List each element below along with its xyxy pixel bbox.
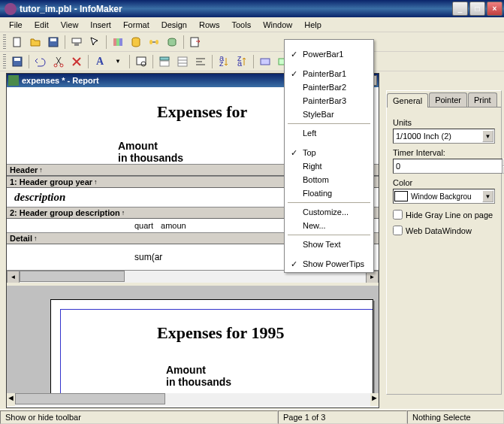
- new-icon[interactable]: [9, 34, 26, 50]
- amount-col: amoun: [161, 221, 186, 230]
- minimize-button[interactable]: _: [452, 2, 468, 16]
- menu-new[interactable]: New...: [286, 219, 372, 232]
- menu-bottom[interactable]: Bottom: [286, 173, 372, 186]
- hide-gray-label: Hide Gray Line on page: [406, 210, 493, 220]
- menu-edit[interactable]: Edit: [29, 18, 55, 32]
- hscroll-thumb[interactable]: [20, 271, 125, 282]
- svg-rect-6: [116, 38, 119, 46]
- scroll-right-button[interactable]: ►: [370, 393, 379, 406]
- window-title: tutor_im.pbl - InfoMaker: [20, 4, 452, 14]
- menu-customize[interactable]: Customize...: [286, 205, 372, 219]
- status-bar: Show or hide toolbar Page 1 of 3 Nothing…: [0, 409, 504, 424]
- toolbar-grip[interactable]: [3, 35, 6, 50]
- band-arrow-icon: ↑: [122, 209, 125, 217]
- menu-painterbar1[interactable]: PainterBar1: [286, 67, 372, 80]
- svg-rect-2: [50, 38, 56, 41]
- close-button[interactable]: ×: [487, 2, 502, 16]
- svg-point-10: [155, 40, 158, 44]
- band-arrow-icon: ↑: [34, 235, 38, 242]
- menu-insert[interactable]: Insert: [84, 18, 117, 32]
- text-dropdown-icon[interactable]: ▼: [110, 53, 126, 70]
- band-detail-icon[interactable]: [174, 53, 191, 70]
- preview-pane[interactable]: Expenses for 1995 Amount in thousands ◄ …: [7, 286, 379, 406]
- preview-hscroll-track[interactable]: [15, 393, 370, 406]
- menu-format[interactable]: Format: [117, 18, 155, 32]
- menu-tools[interactable]: Tools: [225, 18, 257, 32]
- preview-amount: Amount: [61, 364, 373, 376]
- menu-view[interactable]: View: [55, 18, 85, 32]
- align-icon[interactable]: [192, 53, 209, 70]
- menu-bar: File Edit View Insert Format Design Rows…: [0, 17, 504, 32]
- clear-icon[interactable]: [68, 53, 85, 70]
- app-icon: [5, 3, 17, 15]
- menu-showtips[interactable]: Show PowerTips: [286, 257, 372, 271]
- svg-rect-4: [74, 43, 79, 46]
- preview-hscroll-thumb[interactable]: [15, 393, 165, 404]
- cut-icon[interactable]: [50, 53, 67, 70]
- preview-title: Expenses for 1995: [61, 323, 373, 343]
- menu-file[interactable]: File: [3, 18, 29, 32]
- scroll-left-button[interactable]: ◄: [7, 271, 20, 283]
- svg-rect-5: [113, 38, 116, 46]
- menu-painterbar2[interactable]: PainterBar2: [286, 80, 372, 94]
- color-swatch: [394, 191, 408, 201]
- svg-rect-20: [160, 57, 169, 60]
- sort-asc-icon[interactable]: az: [216, 53, 232, 70]
- properties-panel: General Pointer Print Units 1/1000 Inch …: [386, 90, 502, 395]
- timer-input[interactable]: [393, 159, 502, 174]
- page-preview: Expenses for 1995 Amount in thousands: [50, 299, 373, 406]
- dropdown-icon[interactable]: ▼: [482, 130, 493, 142]
- scroll-left-button[interactable]: ◄: [7, 393, 15, 406]
- text-icon[interactable]: A: [92, 53, 108, 70]
- props-tabs: General Pointer Print: [387, 91, 501, 108]
- sort-desc-icon[interactable]: za: [234, 53, 250, 70]
- tab-pointer[interactable]: Pointer: [429, 92, 467, 107]
- title-bar: tutor_im.pbl - InfoMaker _ □ ×: [0, 0, 504, 17]
- toolbar-grip[interactable]: [3, 54, 6, 69]
- svg-rect-0: [14, 38, 20, 47]
- open-icon[interactable]: [27, 34, 44, 50]
- menu-rows[interactable]: Rows: [193, 18, 226, 32]
- quarter-col: quart: [134, 221, 153, 230]
- menu-powerbar1[interactable]: PowerBar1: [286, 47, 372, 61]
- tab-print[interactable]: Print: [468, 92, 497, 107]
- color-label: Color: [393, 178, 495, 187]
- menu-top[interactable]: Top: [286, 146, 372, 159]
- run-icon[interactable]: [68, 34, 85, 50]
- menu-floating[interactable]: Floating: [286, 186, 372, 200]
- units-select[interactable]: 1/1000 Inch (2)▼: [393, 129, 495, 144]
- menu-help[interactable]: Help: [298, 18, 327, 32]
- timer-label: Timer Interval:: [393, 148, 495, 157]
- color-select[interactable]: Window Backgrou ▼: [393, 189, 495, 204]
- band-header-icon[interactable]: [156, 53, 173, 70]
- pipeline-icon[interactable]: [146, 34, 162, 50]
- dropdown-icon[interactable]: ▼: [482, 190, 493, 202]
- library-icon[interactable]: [110, 34, 126, 50]
- exit-icon[interactable]: [187, 34, 204, 50]
- menu-stylebar[interactable]: StyleBar: [286, 108, 372, 121]
- database-icon[interactable]: [128, 34, 144, 50]
- web-dw-checkbox[interactable]: [393, 226, 403, 235]
- band-arrow-icon: ↑: [94, 178, 98, 186]
- undo-icon[interactable]: [32, 53, 49, 70]
- report-icon: [8, 75, 19, 86]
- select-icon[interactable]: [86, 34, 103, 50]
- currency-icon[interactable]: [257, 53, 273, 70]
- menu-showtext[interactable]: Show Text: [286, 238, 372, 251]
- band-arrow-icon: ↑: [39, 166, 43, 174]
- svg-rect-7: [119, 38, 122, 46]
- hide-gray-checkbox[interactable]: [393, 210, 403, 220]
- menu-painterbar3[interactable]: PainterBar3: [286, 94, 372, 108]
- save-icon[interactable]: [45, 34, 62, 50]
- maximize-button[interactable]: □: [469, 2, 485, 16]
- save-icon[interactable]: [9, 53, 26, 70]
- preview-thousands: in thousands: [61, 376, 373, 388]
- odbc-icon[interactable]: [164, 34, 180, 50]
- menu-window[interactable]: Window: [257, 18, 298, 32]
- tab-general[interactable]: General: [387, 93, 428, 108]
- menu-left[interactable]: Left: [286, 126, 372, 140]
- menu-right[interactable]: Right: [286, 159, 372, 173]
- preview-icon[interactable]: [133, 53, 149, 70]
- menu-design[interactable]: Design: [155, 18, 193, 32]
- menu-separator: [288, 235, 370, 235]
